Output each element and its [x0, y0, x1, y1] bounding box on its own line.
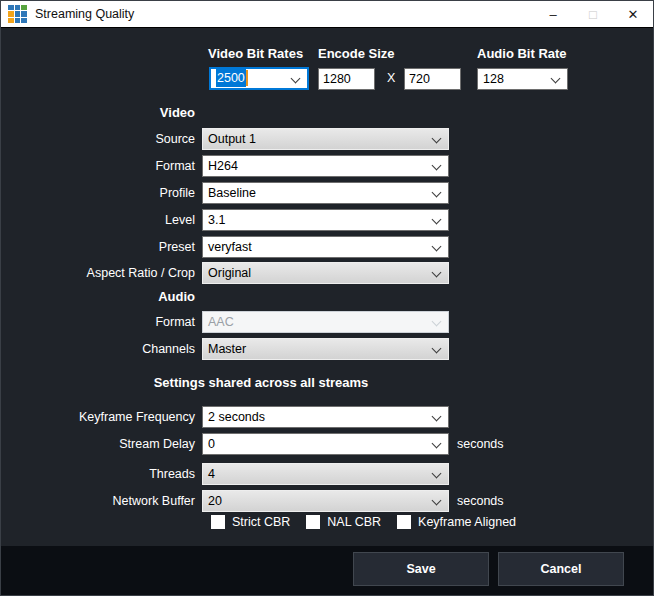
window-controls: – □ ✕ — [533, 1, 653, 27]
audio-channels-select[interactable]: Master — [202, 338, 449, 360]
network-buffer-value: 20 — [203, 491, 448, 511]
encode-size-separator: X — [387, 71, 395, 85]
video-section-header: Video — [1, 105, 202, 120]
network-buffer-select[interactable]: 20 — [202, 490, 449, 512]
keyframe-aligned-checkbox[interactable] — [397, 515, 411, 529]
keyframe-aligned-option: Keyframe Aligned — [397, 515, 516, 529]
audio-bitrate-select[interactable]: 128 — [477, 68, 568, 90]
source-value: Output 1 — [203, 129, 448, 149]
encode-width-input[interactable] — [318, 68, 375, 90]
titlebar: Streaming Quality – □ ✕ — [1, 1, 653, 28]
aspect-ratio-crop-value: Original — [203, 263, 448, 283]
audio-format-label: Format — [1, 315, 202, 329]
minimize-icon: – — [549, 7, 556, 22]
profile-select[interactable]: Baseline — [202, 182, 449, 204]
row-format: Format H264 — [1, 155, 449, 177]
profile-label: Profile — [1, 186, 202, 200]
keyframe-frequency-select[interactable]: 2 seconds — [202, 406, 449, 428]
encode-size-label: Encode Size — [318, 46, 395, 61]
source-label: Source — [1, 132, 202, 146]
network-buffer-suffix: seconds — [457, 494, 504, 508]
preset-value: veryfast — [203, 237, 448, 257]
format-select[interactable]: H264 — [202, 155, 449, 177]
format-value: H264 — [203, 156, 448, 176]
shared-settings-header: Settings shared across all streams — [1, 375, 521, 390]
row-network-buffer: Network Buffer 20 seconds — [1, 490, 504, 512]
close-icon: ✕ — [628, 7, 639, 22]
save-button[interactable]: Save — [353, 552, 489, 586]
nal-cbr-label: NAL CBR — [327, 515, 381, 529]
row-stream-delay: Stream Delay 0 seconds — [1, 433, 504, 455]
keyframe-aligned-label: Keyframe Aligned — [418, 515, 516, 529]
threads-select[interactable]: 4 — [202, 463, 449, 485]
row-source: Source Output 1 — [1, 128, 449, 150]
maximize-icon: □ — [589, 7, 597, 22]
network-buffer-label: Network Buffer — [1, 494, 202, 508]
audio-channels-label: Channels — [1, 342, 202, 356]
stream-delay-select[interactable]: 0 — [202, 433, 449, 455]
aspect-ratio-crop-select[interactable]: Original — [202, 262, 449, 284]
row-aspect-ratio-crop: Aspect Ratio / Crop Original — [1, 262, 449, 284]
video-bitrates-label: Video Bit Rates — [208, 46, 303, 61]
preset-label: Preset — [1, 240, 202, 254]
nal-cbr-option: NAL CBR — [306, 515, 381, 529]
stream-delay-suffix: seconds — [457, 437, 504, 451]
close-button[interactable]: ✕ — [613, 1, 653, 27]
video-bitrate-value: 2500 — [216, 69, 246, 87]
format-label: Format — [1, 159, 202, 173]
strict-cbr-checkbox[interactable] — [211, 515, 225, 529]
maximize-button: □ — [573, 1, 613, 27]
level-select[interactable]: 3.1 — [202, 209, 449, 231]
threads-label: Threads — [1, 467, 202, 481]
row-threads: Threads 4 — [1, 463, 457, 485]
row-level: Level 3.1 — [1, 209, 449, 231]
source-select[interactable]: Output 1 — [202, 128, 449, 150]
stream-delay-label: Stream Delay — [1, 437, 202, 451]
row-audio-channels: Channels Master — [1, 338, 449, 360]
encode-height-input[interactable] — [404, 68, 461, 90]
dialog-footer: Save Cancel — [1, 546, 653, 596]
audio-channels-value: Master — [203, 339, 448, 359]
stream-delay-value: 0 — [203, 434, 448, 454]
row-preset: Preset veryfast — [1, 236, 449, 258]
profile-value: Baseline — [203, 183, 448, 203]
audio-section-header: Audio — [1, 289, 202, 304]
threads-value: 4 — [203, 464, 448, 484]
streaming-quality-dialog: Streaming Quality – □ ✕ Video Bit Rates … — [0, 0, 654, 596]
row-keyframe-frequency: Keyframe Frequency 2 seconds — [1, 406, 457, 428]
keyframe-frequency-label: Keyframe Frequency — [1, 410, 202, 424]
audio-format-value: AAC — [203, 312, 448, 332]
window-title: Streaming Quality — [35, 7, 134, 21]
row-audio-format: Format AAC — [1, 311, 449, 333]
cancel-button[interactable]: Cancel — [498, 552, 624, 586]
minimize-button[interactable]: – — [533, 1, 573, 27]
strict-cbr-option: Strict CBR — [211, 515, 290, 529]
row-profile: Profile Baseline — [1, 182, 449, 204]
aspect-ratio-crop-label: Aspect Ratio / Crop — [1, 266, 202, 280]
video-bitrate-select[interactable]: 2500 — [209, 67, 309, 90]
app-grid-icon — [8, 5, 27, 24]
keyframe-frequency-value: 2 seconds — [203, 407, 448, 427]
audio-bitrate-label: Audio Bit Rate — [477, 46, 567, 61]
audio-format-select: AAC — [202, 311, 449, 333]
level-label: Level — [1, 213, 202, 227]
level-value: 3.1 — [203, 210, 448, 230]
strict-cbr-label: Strict CBR — [232, 515, 290, 529]
preset-select[interactable]: veryfast — [202, 236, 449, 258]
cbr-options-group: Strict CBR NAL CBR Keyframe Aligned — [211, 515, 532, 529]
nal-cbr-checkbox[interactable] — [306, 515, 320, 529]
